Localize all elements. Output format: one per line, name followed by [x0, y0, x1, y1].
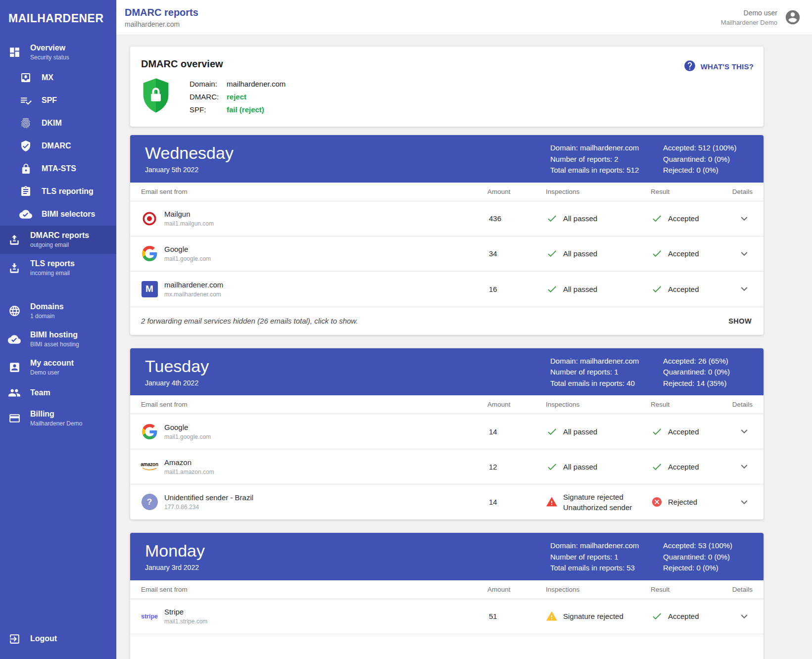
people-icon: [8, 386, 21, 399]
amount-value: 34: [487, 249, 546, 258]
logout-icon: [8, 632, 21, 645]
mailhardener-icon-badge: M: [142, 281, 158, 297]
sidebar-item-label: DMARC: [42, 141, 71, 151]
amazon-logo-icon: amazon: [141, 462, 158, 471]
check-icon: [546, 425, 558, 437]
sidebar-item-text: BIMI selectors: [42, 209, 95, 219]
result-cell: Accepted: [651, 425, 731, 437]
hidden-services-row[interactable]: 2 forwarding email services hidden (26 e…: [130, 307, 764, 335]
sidebar-item-bimi-selectors[interactable]: BIMI selectors: [0, 203, 116, 226]
sidebar-item-dkim[interactable]: DKIM: [0, 112, 116, 135]
column-header-from: Email sent from: [141, 188, 487, 195]
shield-check-icon: [19, 140, 32, 152]
chevron-down-icon[interactable]: [738, 496, 751, 509]
inspection-text: All passed: [563, 462, 597, 472]
day-titles: WednesdayJanuary 5th 2022: [145, 142, 550, 176]
chevron-down-icon[interactable]: [738, 212, 751, 225]
table-row-mailhardener-com[interactable]: Mmailhardener.commx.mailhardener.com16Al…: [130, 272, 764, 307]
stripe-wordmark-icon: stripe: [141, 613, 158, 620]
day-stat-line: Number of reports: 2: [550, 154, 663, 165]
result-text: Accepted: [668, 427, 699, 436]
sidebar-item-team[interactable]: Team: [0, 381, 116, 404]
sender-cell: amazonAmazonmail1.amazon.com: [141, 458, 487, 475]
sidebar-item-text: MTA-STS: [42, 164, 76, 174]
sidebar-item-text: SPF: [42, 95, 57, 105]
sidebar-item-dmarc[interactable]: DMARC: [0, 135, 116, 157]
table-rows: stripeStripemail1.stripe.com51Signature …: [130, 599, 764, 634]
details-cell: [731, 425, 753, 438]
result-cell: Rejected: [651, 496, 731, 508]
day-header: MondayJanuary 3rd 2022Domain: mailharden…: [130, 533, 764, 580]
sidebar-item-my-account[interactable]: My accountDemo user: [0, 353, 116, 381]
table-row-stripe[interactable]: stripeStripemail1.stripe.com51Signature …: [130, 599, 764, 634]
sender-cell: Googlemail1.google.com: [141, 245, 487, 262]
inspection-line: All passed: [563, 462, 597, 472]
shield-lock-icon: [142, 77, 170, 114]
day-date: January 4th 2022: [145, 379, 550, 387]
result-text: Accepted: [668, 214, 699, 223]
day-stat-line: Total emails in reports: 40: [550, 378, 663, 389]
sender-cell: ?Unidentified sender - Brazil177.0.86.23…: [141, 493, 487, 511]
stripe-icon: stripe: [141, 608, 158, 625]
inspection-text: All passed: [563, 213, 597, 224]
table-row-unidentified-sender-brazil[interactable]: ?Unidentified sender - Brazil177.0.86.23…: [130, 484, 764, 519]
day-card-tuesday: TuesdayJanuary 4th 2022Domain: mailharde…: [130, 348, 764, 520]
sidebar-item-mta-sts[interactable]: MTA-STS: [0, 157, 116, 180]
chevron-down-icon[interactable]: [738, 425, 751, 438]
dashboard-icon: [8, 46, 21, 59]
amount-value: 16: [487, 285, 546, 293]
google-icon: [141, 423, 158, 440]
column-header-result: Result: [651, 401, 731, 408]
overview-field-dmarc: DMARC:reject: [190, 91, 286, 103]
chevron-down-icon[interactable]: [738, 282, 751, 295]
table-row-google[interactable]: Googlemail1.google.com34All passedAccept…: [130, 236, 764, 272]
sender-text: mailhardener.commx.mailhardener.com: [164, 281, 223, 298]
sender-name: Google: [164, 245, 211, 253]
day-stat-line: Quarantined: 0 (0%): [663, 154, 740, 165]
sidebar-item-spf[interactable]: SPF: [0, 89, 116, 112]
amount-value: 51: [487, 612, 546, 620]
day-stat-line: Rejected: 14 (35%): [663, 378, 740, 389]
sidebar-item-subtitle: incoming email: [30, 270, 75, 277]
chevron-down-icon[interactable]: [738, 247, 751, 260]
sidebar-item-bimi-hosting[interactable]: BIMI hostingBIMI asset hosting: [0, 325, 116, 353]
sidebar-item-label: DMARC reports: [30, 231, 89, 240]
table-row-mailgun[interactable]: Mailgunmail1.mailgun.com436All passedAcc…: [130, 201, 764, 236]
overview-field-domain: Domain:mailhardener.com: [190, 78, 286, 91]
sidebar-item-text: Team: [30, 388, 50, 398]
sidebar-item-tls-reports[interactable]: TLS reportsincoming email: [0, 254, 116, 282]
table-row-google[interactable]: Googlemail1.google.com14All passedAccept…: [130, 414, 764, 449]
day-stat-line: Accepted: 26 (65%): [663, 356, 740, 367]
sidebar-item-overview[interactable]: OverviewSecurity status: [0, 38, 116, 66]
sidebar-item-logout[interactable]: Logout: [0, 623, 116, 659]
amount-value: 436: [487, 214, 546, 223]
dmarc-overview-card: DMARC overview WHAT'S THIS? Domain:mailh…: [130, 47, 764, 127]
inspections-cell: All passed: [546, 425, 651, 437]
column-header-result: Result: [651, 586, 731, 593]
sidebar-item-label: TLS reporting: [42, 187, 94, 196]
sidebar-item-domains[interactable]: Domains1 domain: [0, 297, 116, 325]
tray-down-icon: [8, 262, 21, 275]
day-stats: Domain: mailhardener.comNumber of report…: [550, 356, 740, 389]
days: WednesdayJanuary 5th 2022Domain: mailhar…: [130, 135, 764, 659]
sidebar-item-text: MX: [42, 73, 53, 83]
sidebar-item-mx[interactable]: MX: [0, 66, 116, 89]
column-header-inspections: Inspections: [546, 188, 651, 195]
sidebar-item-dmarc-reports[interactable]: DMARC reportsoutgoing email: [0, 226, 116, 254]
whats-this-link[interactable]: WHAT'S THIS?: [683, 59, 754, 74]
chevron-down-icon[interactable]: [738, 460, 751, 473]
show-button[interactable]: SHOW: [727, 314, 753, 328]
day-stat-line: Quarantined: 0 (0%): [663, 552, 740, 563]
chevron-down-icon[interactable]: [738, 610, 751, 623]
google-icon: [141, 245, 158, 262]
result-cell: Accepted: [651, 213, 731, 225]
day-stat-line: Number of reports: 1: [550, 367, 663, 378]
sender-name: mailhardener.com: [164, 281, 223, 289]
sidebar-item-billing[interactable]: BillingMailhardener Demo: [0, 404, 116, 432]
sidebar-item-label: Overview: [30, 43, 69, 53]
sidebar-item-tls-reporting[interactable]: TLS reporting: [0, 180, 116, 203]
account-circle-icon[interactable]: [784, 9, 801, 26]
sender-domain: 177.0.86.234: [164, 504, 253, 511]
table-row-amazon[interactable]: amazonAmazonmail1.amazon.com12All passed…: [130, 449, 764, 484]
sidebar-item-subtitle: BIMI asset hosting: [30, 341, 79, 348]
